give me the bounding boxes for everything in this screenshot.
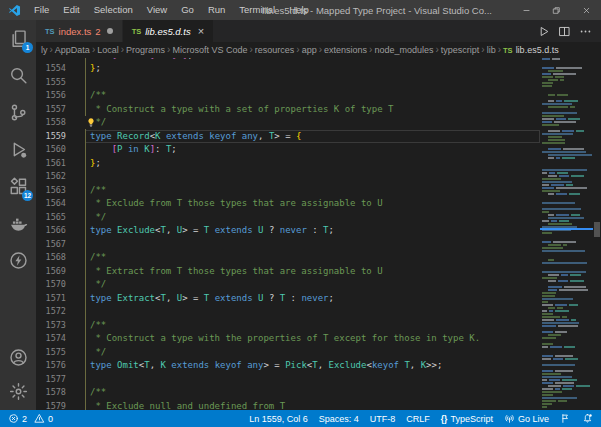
code-line[interactable]: 1561}; — [36, 157, 540, 171]
menu-run[interactable]: Run — [201, 0, 232, 20]
code-line[interactable]: 1576type Omit<T, K extends keyof any> = … — [36, 359, 540, 373]
line-number[interactable]: 1562 — [36, 170, 66, 184]
code-line[interactable]: 1555 — [36, 76, 540, 90]
line-number[interactable]: 1560 — [36, 143, 66, 157]
activity-run-and-debug[interactable] — [0, 131, 36, 168]
more-actions-button[interactable] — [579, 25, 592, 38]
code-line[interactable]: 1565 */ — [36, 211, 540, 225]
breadcrumb-item[interactable]: AppData — [55, 45, 90, 55]
code-line[interactable]: 1577 — [36, 373, 540, 387]
breadcrumb-item[interactable]: extensions — [324, 45, 367, 55]
line-number[interactable]: 1578 — [36, 386, 66, 400]
line-number[interactable]: 1564 — [36, 197, 66, 211]
breadcrumb-item[interactable]: Local — [97, 45, 119, 55]
code-line[interactable]: 1554}; — [36, 62, 540, 76]
line-number[interactable]: 1557 — [36, 103, 66, 117]
status-cursor-position[interactable]: Ln 1559, Col 6 — [249, 414, 308, 424]
code-line[interactable]: 1556/** — [36, 89, 540, 103]
breadcrumb-item[interactable]: node_modules — [374, 45, 433, 55]
scrollbar-thumb[interactable] — [594, 222, 600, 237]
code-line[interactable]: 1566type Exclude<T, U> = T extends U ? n… — [36, 224, 540, 238]
code-line[interactable]: 1573/** — [36, 319, 540, 333]
activity-extensions[interactable]: 12 — [0, 168, 36, 205]
code-line[interactable]: 1579 * Exclude null and undefined from T — [36, 400, 540, 411]
line-number[interactable]: 1555 — [36, 76, 66, 90]
line-number[interactable]: 1579 — [36, 400, 66, 411]
breadcrumb-item[interactable]: typescript — [441, 45, 480, 55]
code-line[interactable]: 1557 * Construct a type with a set of pr… — [36, 103, 540, 117]
code-line[interactable]: 1559type Record<K extends keyof any, T> … — [36, 130, 540, 144]
line-number[interactable]: 1567 — [36, 238, 66, 252]
code-line[interactable]: 1569 * Extract from T those types that a… — [36, 265, 540, 279]
status-notifications[interactable] — [582, 413, 593, 424]
code-line[interactable]: 1574 * Construct a type with the propert… — [36, 332, 540, 346]
status-language-mode[interactable]: {}TypeScript — [441, 414, 493, 424]
breadcrumb-item[interactable]: lib — [487, 45, 496, 55]
lightbulb-icon[interactable] — [85, 116, 96, 129]
line-number[interactable]: 1573 — [36, 319, 66, 333]
code-line[interactable]: 1560 [P in K]: T; — [36, 143, 540, 157]
code-line[interactable]: 1572 — [36, 305, 540, 319]
breadcrumb-file[interactable]: TSlib.es5.d.ts — [503, 45, 559, 55]
code-line[interactable]: 1563/** — [36, 184, 540, 198]
line-number[interactable]: 1575 — [36, 346, 66, 360]
breadcrumb-item[interactable]: resources — [255, 45, 295, 55]
status-flag[interactable] — [560, 413, 571, 424]
status-go-live[interactable]: Go Live — [504, 413, 549, 424]
line-number[interactable]: 1571 — [36, 292, 66, 306]
activity-explorer[interactable]: 1 — [0, 20, 36, 57]
line-number[interactable]: 1554 — [36, 62, 66, 76]
status-encoding[interactable]: UTF-8 — [370, 414, 396, 424]
line-number[interactable]: 1577 — [36, 373, 66, 387]
line-number[interactable]: 1569 — [36, 265, 66, 279]
run-button[interactable] — [537, 25, 550, 38]
code-line[interactable]: 1567 — [36, 238, 540, 252]
editor-scrollbar[interactable] — [593, 58, 601, 410]
menu-edit[interactable]: Edit — [56, 0, 86, 20]
menu-go[interactable]: Go — [174, 0, 201, 20]
restore-button[interactable] — [541, 0, 571, 20]
code-line[interactable]: 1562 — [36, 170, 540, 184]
code-line[interactable]: 1578/** — [36, 386, 540, 400]
code-line[interactable]: 1570 */ — [36, 278, 540, 292]
menu-selection[interactable]: Selection — [87, 0, 140, 20]
line-number[interactable]: 1561 — [36, 157, 66, 171]
minimap[interactable] — [540, 58, 593, 410]
status-indentation[interactable]: Spaces: 4 — [319, 414, 359, 424]
status-errors[interactable]: 2 — [8, 413, 27, 424]
code-line[interactable]: 1568/** — [36, 251, 540, 265]
breadcrumb-item[interactable]: Microsoft VS Code — [172, 45, 247, 55]
line-number[interactable]: 1559 — [36, 130, 66, 144]
line-number[interactable]: 1574 — [36, 332, 66, 346]
line-number[interactable]: 1563 — [36, 184, 66, 198]
line-number[interactable]: 1576 — [36, 359, 66, 373]
activity-docker[interactable] — [0, 205, 36, 242]
activity-thunder-client[interactable] — [0, 242, 36, 279]
minimize-button[interactable] — [511, 0, 541, 20]
breadcrumb-item[interactable]: app — [302, 45, 317, 55]
activity-search[interactable] — [0, 57, 36, 94]
line-number[interactable]: 1558 — [36, 116, 66, 130]
breadcrumb-item[interactable]: ly — [41, 45, 48, 55]
tab-index.ts[interactable]: TSindex.ts2 — [36, 20, 123, 42]
activity-source-control[interactable] — [0, 94, 36, 131]
line-number[interactable]: 1556 — [36, 89, 66, 103]
split-editor-button[interactable] — [558, 25, 571, 38]
code-line[interactable]: 1558 */ — [36, 116, 540, 130]
status-eol[interactable]: CRLF — [406, 414, 430, 424]
code-line[interactable]: 1575 */ — [36, 346, 540, 360]
code-line[interactable]: 1571type Extract<T, U> = T extends U ? T… — [36, 292, 540, 306]
line-number[interactable]: 1570 — [36, 278, 66, 292]
line-number[interactable]: 1572 — [36, 305, 66, 319]
status-warnings[interactable]: 0 — [34, 413, 53, 424]
menu-file[interactable]: File — [27, 0, 56, 20]
tab-lib.es5.d.ts[interactable]: TSlib.es5.d.ts× — [123, 20, 214, 42]
close-button[interactable] — [571, 0, 601, 20]
breadcrumb-item[interactable]: Programs — [126, 45, 165, 55]
code-line[interactable]: 1564 * Exclude from T those types that a… — [36, 197, 540, 211]
menu-view[interactable]: View — [140, 0, 174, 20]
line-number[interactable]: 1565 — [36, 211, 66, 225]
activity-settings[interactable] — [0, 374, 36, 408]
close-tab-icon[interactable]: × — [198, 26, 204, 37]
activity-accounts[interactable] — [0, 340, 36, 374]
